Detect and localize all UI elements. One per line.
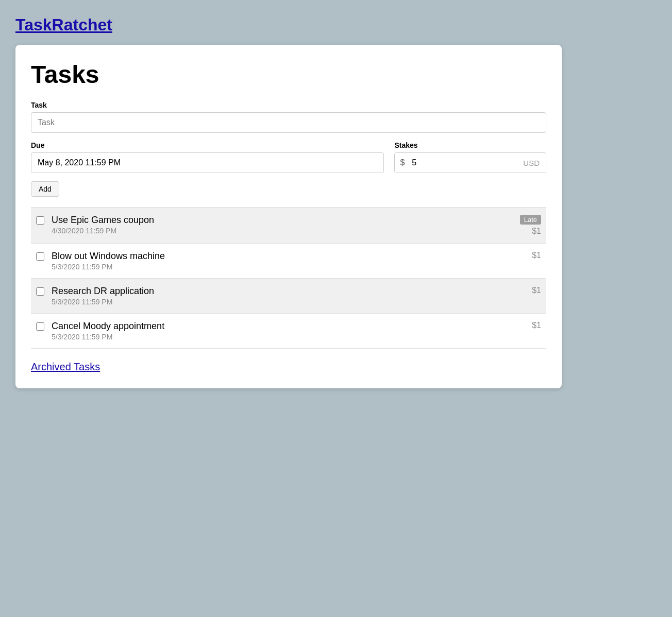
- task-due: 4/30/2020 11:59 PM: [52, 227, 512, 235]
- stakes-input-wrapper: $ USD: [394, 152, 546, 173]
- due-label: Due: [31, 141, 384, 149]
- task-stake: $1: [532, 251, 541, 260]
- stakes-currency: USD: [517, 153, 546, 173]
- task-right: Late$1: [520, 215, 541, 236]
- page-title: Tasks: [31, 60, 546, 89]
- task-item: Cancel Moody appointment5/3/2020 11:59 P…: [31, 314, 546, 349]
- task-form-group: Task: [31, 101, 546, 133]
- task-right: $1: [532, 321, 541, 330]
- task-item: Use Epic Games coupon4/30/2020 11:59 PML…: [31, 208, 546, 244]
- task-label: Task: [31, 101, 546, 109]
- task-right: $1: [532, 251, 541, 260]
- due-form-group: Due: [31, 141, 384, 173]
- stakes-input[interactable]: [410, 153, 517, 173]
- task-input[interactable]: [31, 112, 546, 133]
- archived-tasks-link[interactable]: Archived Tasks: [31, 361, 100, 373]
- task-name: Blow out Windows machine: [52, 251, 524, 262]
- task-due: 5/3/2020 11:59 PM: [52, 263, 524, 271]
- due-input[interactable]: [31, 152, 384, 173]
- stakes-label: Stakes: [394, 141, 546, 149]
- task-checkbox[interactable]: [36, 216, 44, 225]
- task-due: 5/3/2020 11:59 PM: [52, 298, 524, 306]
- task-name: Research DR application: [52, 286, 524, 297]
- task-due: 5/3/2020 11:59 PM: [52, 333, 524, 341]
- task-content: Cancel Moody appointment5/3/2020 11:59 P…: [52, 321, 524, 341]
- task-stake: $1: [532, 321, 541, 330]
- task-item: Blow out Windows machine5/3/2020 11:59 P…: [31, 244, 546, 279]
- task-stake: $1: [532, 286, 541, 295]
- app-title[interactable]: TaskRatchet: [15, 15, 112, 35]
- task-checkbox[interactable]: [36, 252, 44, 261]
- task-name: Use Epic Games coupon: [52, 215, 512, 226]
- task-right: $1: [532, 286, 541, 295]
- add-button[interactable]: Add: [31, 181, 59, 197]
- dollar-symbol: $: [395, 153, 410, 173]
- task-list: Use Epic Games coupon4/30/2020 11:59 PML…: [31, 207, 546, 349]
- late-badge: Late: [520, 215, 541, 225]
- task-item: Research DR application5/3/2020 11:59 PM…: [31, 279, 546, 314]
- task-content: Use Epic Games coupon4/30/2020 11:59 PM: [52, 215, 512, 235]
- task-name: Cancel Moody appointment: [52, 321, 524, 332]
- task-content: Research DR application5/3/2020 11:59 PM: [52, 286, 524, 306]
- due-stakes-row: Due Stakes $ USD: [31, 141, 546, 173]
- task-checkbox[interactable]: [36, 322, 44, 331]
- task-content: Blow out Windows machine5/3/2020 11:59 P…: [52, 251, 524, 271]
- stakes-form-group: Stakes $ USD: [394, 141, 546, 173]
- task-stake: $1: [532, 227, 541, 236]
- main-card: Tasks Task Due Stakes $ USD Add Use Epic…: [15, 45, 562, 388]
- task-checkbox[interactable]: [36, 287, 44, 296]
